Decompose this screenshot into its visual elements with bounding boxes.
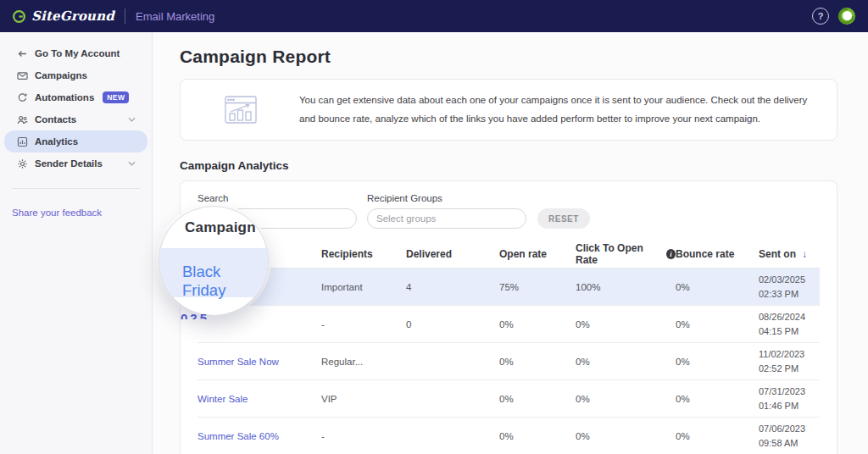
cell-click-to-open-rate: 0% [576,357,676,367]
lens-campaign-header: Campaign [185,219,256,236]
info-description: You can get extensive data about each on… [299,91,816,128]
sidebar-item-sender-details[interactable]: Sender Details [4,152,147,174]
campaign-link[interactable]: Winter Sale [198,394,321,404]
campaign-link[interactable]: Summer Sale Now [198,357,321,367]
lens-fragment-text: 025 [181,311,228,319]
cell-sent-on: 08/26/2024 04:15 PM [759,306,820,342]
envelope-icon [16,70,28,81]
back-arrow-icon [16,48,28,59]
sort-descending-icon[interactable]: ↓ [802,246,807,262]
cell-open-rate: 0% [499,357,576,367]
info-card: You can get extensive data about each on… [180,79,837,141]
refresh-icon [16,92,28,103]
sidebar-item-campaigns[interactable]: Campaigns [4,64,147,86]
gear-icon [16,158,28,169]
cell-open-rate: 75% [499,282,576,292]
cell-recipients: - [321,431,406,441]
cell-recipients: - [321,319,406,329]
page-title: Campaign Report [180,47,837,67]
cell-sent-on: 07/31/2023 01:46 PM [759,380,820,417]
column-header-sent-on[interactable]: Sent on ↓ [759,242,820,266]
share-feedback-link[interactable]: Share your feedback [12,208,140,218]
campaign-table: Campaign Recipients Delivered Open rate … [198,242,820,454]
cell-open-rate: 0% [499,431,576,441]
help-icon[interactable]: ? [812,8,829,25]
campaign-link[interactable]: Summer Sale 60% [198,431,321,441]
cell-bounce-rate: 0% [676,431,759,441]
recipient-groups-input[interactable] [367,208,526,229]
table-row: Summer Sale 60% - 0% 0% 0% 07/06/2023 09… [198,418,820,454]
column-header-bounce-rate[interactable]: Bounce rate [676,248,759,260]
recipient-groups-label: Recipient Groups [367,193,526,203]
cell-sent-on: 02/03/2025 02:33 PM [759,269,820,305]
lens-black-friday-link: Black Friday [182,263,268,300]
sidebar: Go To My Account Campaigns Automations N… [0,32,153,454]
cell-click-to-open-rate: 0% [576,394,676,404]
cell-open-rate: 0% [499,394,576,404]
section-title: Campaign Analytics [180,159,837,172]
cell-bounce-rate: 0% [676,282,759,292]
cell-bounce-rate: 0% [676,319,759,329]
table-row: Summer Sale Now Regular... 0% 0% 0% 11/0… [198,343,820,380]
lens-edge-text-fragment: 025 [181,311,228,319]
column-header-label: Click To Open Rate [576,242,662,266]
top-bar: SiteGround Email Marketing ? [0,0,868,32]
siteground-logo-icon [12,9,26,24]
people-icon [16,114,28,125]
cell-open-rate: 0% [499,319,576,329]
siteground-logo[interactable]: SiteGround [12,8,114,24]
cell-bounce-rate: 0% [676,357,759,367]
sidebar-item-automations[interactable]: Automations NEW [4,86,147,108]
sidebar-item-label: Analytics [35,136,78,147]
cell-delivered: 4 [406,282,499,292]
column-header-label: Sent on [759,246,796,262]
cell-recipients: Regular... [321,357,406,367]
chevron-down-icon [128,161,136,166]
table-row: Winter Sale VIP 0% 0% 0% 07/31/2023 01:4… [198,380,820,418]
column-header-open-rate[interactable]: Open rate [499,248,576,260]
cell-delivered: 0 [406,319,499,329]
sidebar-item-go-to-my-account[interactable]: Go To My Account [4,42,147,64]
new-badge: NEW [103,91,129,103]
cell-bounce-rate: 0% [676,394,759,404]
topbar-divider [125,8,125,24]
sidebar-item-label: Sender Details [35,158,103,169]
column-header-click-to-open-rate[interactable]: Click To Open Rate i [576,242,676,266]
sidebar-item-analytics[interactable]: Analytics [4,130,147,152]
column-header-recipients[interactable]: Recipients [321,248,406,260]
sidebar-item-label: Campaigns [35,70,87,80]
cell-click-to-open-rate: 0% [576,431,676,441]
cell-click-to-open-rate: 100% [576,282,676,292]
table-header-row: Campaign Recipients Delivered Open rate … [198,242,820,269]
sidebar-item-label: Contacts [35,114,76,125]
reset-button[interactable]: RESET [537,208,590,229]
table-row: - 0 0% 0% 0% 08/26/2024 04:15 PM [198,306,820,343]
report-chart-icon [225,96,257,124]
table-row: Black Friday Important 4 75% 100% 0% 02/… [198,269,820,306]
analytics-chart-icon [16,136,28,147]
cell-click-to-open-rate: 0% [576,319,676,329]
chevron-down-icon [128,117,136,122]
avatar[interactable] [837,7,856,25]
analytics-card: Search Recipient Groups RESET Campaign R… [180,180,837,454]
cell-sent-on: 11/02/2023 02:52 PM [759,343,820,379]
info-icon[interactable]: i [666,249,676,259]
magnifier-lens: Campaign Black Friday [159,206,269,316]
sidebar-item-contacts[interactable]: Contacts [4,108,147,130]
filters-row: Search Recipient Groups RESET [198,193,820,229]
sidebar-item-label: Automations [35,92,94,102]
cell-recipients: VIP [321,394,406,404]
column-header-delivered[interactable]: Delivered [406,248,499,260]
brand-name: SiteGround [31,8,114,24]
sidebar-divider [12,188,140,189]
cell-sent-on: 07/06/2023 09:58 AM [759,418,820,454]
cell-recipients: Important [321,282,406,292]
sidebar-item-label: Go To My Account [35,48,120,58]
app-title: Email Marketing [136,10,214,23]
search-label: Search [198,193,357,203]
